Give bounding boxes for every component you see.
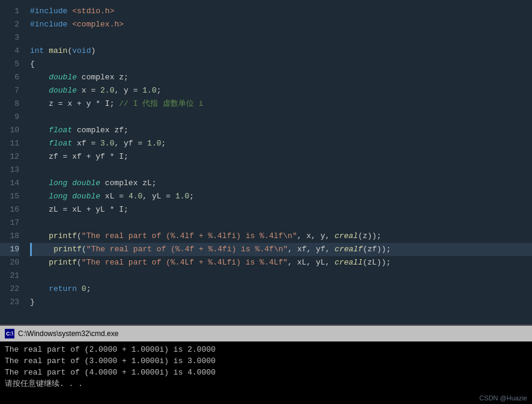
code-line-12: zf = xf + yf * I; bbox=[30, 150, 532, 164]
code-line-11: float xf = 3.0, yf = 1.0; bbox=[30, 137, 532, 150]
line-num-17: 17 bbox=[0, 216, 19, 230]
code-line-7: double x = 2.0, y = 1.0; bbox=[30, 84, 532, 97]
line-num-10: 10 bbox=[0, 124, 19, 137]
code-line-3 bbox=[30, 31, 532, 44]
terminal-title: C:\Windows\system32\cmd.exe bbox=[18, 329, 118, 338]
code-line-20: printf("The real part of (%.4Lf + %.4Lfi… bbox=[30, 256, 532, 269]
code-line-18: printf("The real part of (%.4lf + %.4lfi… bbox=[30, 230, 532, 243]
terminal-titlebar: C:\ C:\Windows\system32\cmd.exe bbox=[0, 326, 532, 341]
code-line-13 bbox=[30, 164, 532, 177]
csdn-watermark: CSDN @Huazie bbox=[479, 394, 527, 402]
code-line-14: long double complex zL; bbox=[30, 177, 532, 190]
code-line-10: float complex zf; bbox=[30, 124, 532, 137]
line-num-13: 13 bbox=[0, 164, 19, 177]
code-line-5: { bbox=[30, 58, 532, 71]
line-num-15: 15 bbox=[0, 190, 19, 203]
line-num-1: 1 bbox=[0, 5, 19, 18]
code-line-16: zL = xL + yL * I; bbox=[30, 203, 532, 216]
code-line-8: z = x + y * I; // I 代指 虚数单位 i bbox=[30, 97, 532, 111]
line-numbers: 1 2 3 4 5 6 7 8 9 10 11 12 13 14 15 16 1… bbox=[0, 0, 25, 325]
line-num-8: 8 bbox=[0, 97, 19, 111]
line-num-19: 19 bbox=[0, 243, 19, 256]
code-line-2: #include <complex.h> bbox=[30, 18, 532, 31]
line-num-9: 9 bbox=[0, 111, 19, 124]
terminal-line-3: The real part of (4.0000 + 1.0000i) is 4… bbox=[5, 367, 527, 378]
code-line-22: return 0; bbox=[30, 283, 532, 296]
line-num-16: 16 bbox=[0, 203, 19, 216]
code-line-19: printf("The real part of (%.4f + %.4fi) … bbox=[30, 243, 532, 256]
code-content: #include <stdio.h> #include <complex.h> … bbox=[25, 0, 532, 325]
line-num-18: 18 bbox=[0, 230, 19, 243]
terminal-body: The real part of (2.0000 + 1.0000i) is 2… bbox=[0, 341, 532, 392]
line-num-12: 12 bbox=[0, 150, 19, 164]
line-num-2: 2 bbox=[0, 18, 19, 31]
line-num-6: 6 bbox=[0, 71, 19, 84]
line-num-14: 14 bbox=[0, 177, 19, 190]
line-num-4: 4 bbox=[0, 44, 19, 58]
line-num-20: 20 bbox=[0, 256, 19, 269]
line-num-11: 11 bbox=[0, 137, 19, 150]
code-line-23: } bbox=[30, 296, 532, 309]
line-num-23: 23 bbox=[0, 296, 19, 309]
terminal-icon: C:\ bbox=[5, 329, 14, 338]
terminal-line-1: The real part of (2.0000 + 1.0000i) is 2… bbox=[5, 344, 527, 355]
terminal-window: C:\ C:\Windows\system32\cmd.exe The real… bbox=[0, 325, 532, 404]
line-num-22: 22 bbox=[0, 283, 19, 296]
line-num-5: 5 bbox=[0, 58, 19, 71]
code-line-4: int main(void) bbox=[30, 44, 532, 58]
line-num-21: 21 bbox=[0, 269, 19, 283]
code-line-6: double complex z; bbox=[30, 71, 532, 84]
line-num-7: 7 bbox=[0, 84, 19, 97]
line-num-3: 3 bbox=[0, 31, 19, 44]
code-line-17 bbox=[30, 216, 532, 230]
code-editor: 1 2 3 4 5 6 7 8 9 10 11 12 13 14 15 16 1… bbox=[0, 0, 532, 325]
terminal-line-2: The real part of (3.0000 + 1.0000i) is 3… bbox=[5, 355, 527, 367]
code-line-9 bbox=[30, 111, 532, 124]
code-line-15: long double xL = 4.0, yL = 1.0; bbox=[30, 190, 532, 203]
code-line-21 bbox=[30, 269, 532, 283]
code-line-1: #include <stdio.h> bbox=[30, 5, 532, 18]
terminal-line-4: 请按任意键继续. . . bbox=[5, 378, 527, 390]
